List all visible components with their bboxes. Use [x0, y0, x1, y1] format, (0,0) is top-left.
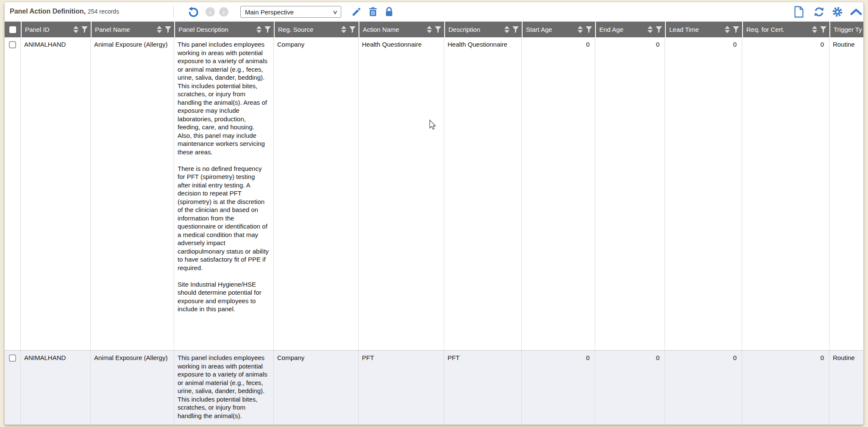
column-header-panel-description[interactable]: Panel Description: [175, 22, 274, 37]
sort-icon[interactable]: [504, 26, 509, 33]
column-header-reg-source[interactable]: Reg. Source: [275, 22, 359, 37]
chevron-down-icon: ∨: [333, 9, 338, 15]
cell-description: PFT: [444, 351, 522, 425]
toolbar: Panel Action Definition,254 records ‹ › …: [5, 2, 863, 21]
cell-trigger-type: Routine: [829, 37, 863, 350]
cell-panel-name: Animal Exposure (Allergy): [91, 351, 174, 425]
column-header-action-name[interactable]: Action Name: [359, 22, 444, 37]
column-label: Panel Description: [178, 26, 228, 33]
column-label: Reg. Source: [278, 26, 313, 33]
column-label: Action Name: [363, 26, 399, 33]
cell-description: Health Questionnaire: [444, 37, 522, 350]
cell-end-age: 0: [595, 37, 665, 350]
sort-icon[interactable]: [578, 26, 583, 33]
cell-start-age: 0: [522, 351, 595, 425]
cell-lead-time: 0: [665, 37, 742, 350]
filter-icon[interactable]: [733, 26, 739, 33]
cell-trigger-type: Routine: [829, 351, 863, 425]
filter-icon[interactable]: [820, 26, 826, 33]
sort-icon[interactable]: [812, 26, 817, 33]
cell-panel-description: This panel includes employees working in…: [174, 37, 274, 350]
cell-panel-id: ANIMALHAND: [21, 351, 91, 425]
column-label: Panel ID: [25, 26, 50, 33]
toolbar-divider: [173, 6, 174, 18]
lock-icon[interactable]: [384, 7, 396, 19]
row-checkbox-cell: [5, 37, 21, 350]
cell-action-name: Health Questionnaire: [359, 37, 444, 350]
row-checkbox[interactable]: [9, 41, 16, 48]
cell-end-age: 0: [595, 351, 665, 425]
grid-header-row: Panel ID Panel Name Panel Description Re…: [5, 22, 863, 37]
sort-icon[interactable]: [648, 26, 653, 33]
sort-icon[interactable]: [157, 26, 162, 33]
cell-panel-name: Animal Exposure (Allergy): [91, 37, 174, 350]
column-label: Panel Name: [95, 26, 130, 33]
select-all-header-cell: [5, 22, 21, 37]
column-header-panel-id[interactable]: Panel ID: [22, 22, 91, 37]
perspective-select[interactable]: Main Perspective ∨: [240, 6, 341, 18]
cell-reg-source: Company: [274, 351, 359, 425]
filter-icon[interactable]: [81, 26, 88, 33]
cell-req-for-cert: 0: [742, 351, 829, 425]
cell-reg-source: Company: [274, 37, 359, 350]
column-header-description[interactable]: Description: [445, 22, 522, 37]
cell-panel-id: ANIMALHAND: [21, 37, 91, 350]
filter-icon[interactable]: [165, 26, 171, 33]
sort-icon[interactable]: [73, 26, 78, 33]
filter-icon[interactable]: [264, 26, 271, 33]
next-icon: ›: [219, 7, 228, 17]
new-document-icon[interactable]: [794, 6, 806, 18]
sort-icon[interactable]: [341, 26, 346, 33]
column-header-end-age[interactable]: End Age: [596, 22, 665, 37]
sort-icon[interactable]: [725, 26, 730, 33]
filter-icon[interactable]: [512, 26, 519, 33]
column-label: Start Age: [526, 26, 552, 33]
column-header-trigger-type[interactable]: Trigger Ty: [830, 22, 863, 37]
record-count: 254 records: [88, 8, 119, 15]
page-title-text: Panel Action Definition,: [10, 8, 86, 15]
cell-lead-time: 0: [665, 351, 742, 425]
cell-req-for-cert: 0: [742, 37, 829, 350]
prev-icon: ‹: [206, 7, 215, 17]
column-label: Req. for Cert.: [746, 26, 785, 33]
settings-gear-icon[interactable]: [832, 6, 844, 18]
column-label: End Age: [599, 26, 623, 33]
refresh-icon[interactable]: [813, 6, 825, 18]
cell-panel-description: This panel includes employees working in…: [174, 351, 274, 425]
filter-icon[interactable]: [586, 26, 592, 33]
select-all-checkbox[interactable]: [9, 26, 16, 33]
cell-start-age: 0: [522, 37, 595, 350]
row-checkbox[interactable]: [9, 354, 16, 362]
edit-pencil-icon[interactable]: [351, 7, 363, 19]
column-label: Lead Time: [669, 26, 699, 33]
cell-action-name: PFT: [359, 351, 444, 425]
column-label: Trigger Ty: [834, 26, 862, 33]
collapse-chevron-up-icon[interactable]: [850, 8, 862, 20]
table-row[interactable]: ANIMALHAND Animal Exposure (Allergy) Thi…: [5, 350, 863, 425]
sort-icon[interactable]: [256, 26, 262, 33]
column-label: Description: [448, 26, 480, 33]
table-row[interactable]: ANIMALHAND Animal Exposure (Allergy) Thi…: [5, 37, 863, 350]
page-title: Panel Action Definition,254 records: [10, 8, 119, 15]
data-grid: Panel ID Panel Name Panel Description Re…: [5, 22, 863, 424]
delete-trash-icon[interactable]: [368, 7, 380, 19]
row-checkbox-cell: [5, 351, 21, 425]
filter-icon[interactable]: [435, 26, 441, 33]
filter-icon[interactable]: [656, 26, 662, 33]
column-header-lead-time[interactable]: Lead Time: [666, 22, 742, 37]
perspective-select-value: Main Perspective: [245, 8, 333, 16]
column-header-req-for-cert[interactable]: Req. for Cert.: [743, 22, 829, 37]
filter-icon[interactable]: [349, 26, 356, 33]
column-header-panel-name[interactable]: Panel Name: [92, 22, 174, 37]
panel-action-definition-window: Panel Action Definition,254 records ‹ › …: [4, 2, 864, 425]
undo-icon[interactable]: [188, 6, 200, 18]
sort-icon[interactable]: [427, 26, 432, 33]
column-header-start-age[interactable]: Start Age: [523, 22, 595, 37]
